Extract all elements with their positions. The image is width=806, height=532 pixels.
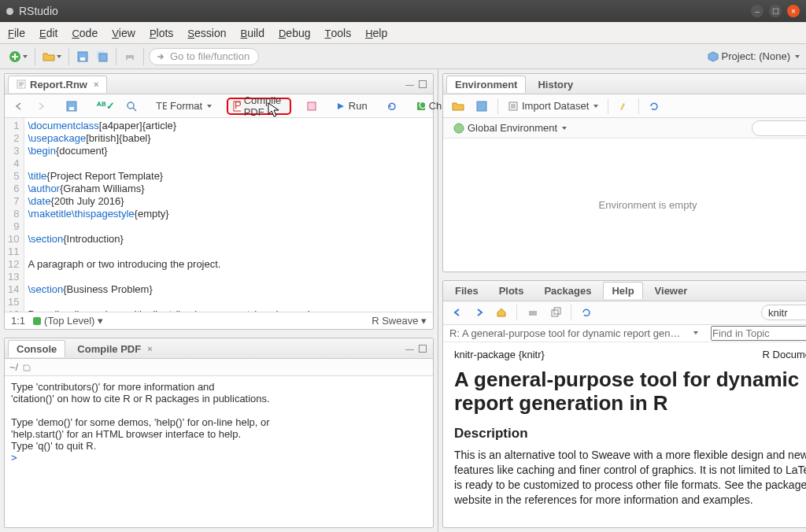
find-replace-button[interactable] bbox=[122, 98, 141, 115]
help-tab[interactable]: Help bbox=[603, 282, 642, 299]
svg-rect-23 bbox=[552, 310, 558, 316]
console-minimize-button[interactable] bbox=[405, 342, 414, 354]
svg-rect-11 bbox=[69, 107, 74, 110]
source-minimize-button[interactable] bbox=[405, 78, 414, 90]
help-refresh-button[interactable] bbox=[577, 304, 596, 321]
source-panel: Report.Rnw × ᴬᴮ✓ TEX bbox=[4, 73, 434, 330]
menu-file[interactable]: File bbox=[8, 27, 25, 39]
project-label: Project: (None) bbox=[722, 50, 790, 62]
console-wd-open-icon[interactable] bbox=[21, 363, 31, 372]
print-button[interactable] bbox=[121, 48, 139, 65]
console-wd: ~/ bbox=[9, 361, 18, 373]
scope-indicator[interactable]: (Top Level) ▾ bbox=[33, 315, 103, 327]
help-home-button[interactable] bbox=[492, 304, 511, 321]
refresh-env-button[interactable] bbox=[645, 98, 664, 115]
help-context-label: R: A general-purpose tool for dynamic re… bbox=[449, 327, 686, 339]
svg-rect-24 bbox=[554, 308, 560, 314]
env-search-input[interactable] bbox=[752, 120, 806, 136]
packages-tab[interactable]: Packages bbox=[535, 282, 600, 299]
nav-back-button[interactable] bbox=[9, 98, 28, 115]
compile-pdf-tab[interactable]: Compile PDF× bbox=[68, 340, 161, 357]
menu-bar: File Edit Code View Plots Session Build … bbox=[0, 22, 806, 44]
broom-icon bbox=[618, 101, 629, 112]
main-toolbar: Go to file/function Project: (None) bbox=[0, 44, 806, 69]
menu-build[interactable]: Build bbox=[240, 27, 264, 39]
sync-pdf-button[interactable] bbox=[302, 98, 321, 115]
goto-placeholder: Go to file/function bbox=[170, 50, 250, 62]
source-maximize-button[interactable] bbox=[419, 80, 427, 88]
run-button[interactable]: Run bbox=[332, 98, 372, 115]
code-area[interactable]: \documentclass[a4paper]{article}\usepack… bbox=[24, 118, 433, 312]
menu-view[interactable]: View bbox=[112, 27, 135, 39]
compile-pdf-button[interactable]: PDF Compile PDF bbox=[227, 98, 291, 115]
window-minimize-button[interactable]: – bbox=[751, 5, 763, 17]
window-close-button[interactable]: × bbox=[787, 5, 800, 17]
console-tab[interactable]: Console bbox=[8, 340, 65, 357]
svg-marker-8 bbox=[708, 52, 718, 61]
rerun-icon bbox=[386, 101, 397, 112]
environment-tab[interactable]: Environment bbox=[446, 76, 526, 93]
svg-rect-22 bbox=[529, 311, 537, 316]
source-editor[interactable]: 123456789101112131415161718 \documentcla… bbox=[5, 118, 433, 312]
svg-rect-7 bbox=[128, 58, 132, 61]
nav-forward-button[interactable] bbox=[31, 98, 50, 115]
arrow-right-icon bbox=[474, 307, 485, 318]
new-file-button[interactable] bbox=[6, 48, 30, 65]
import-dataset-menu[interactable]: Import Dataset bbox=[504, 98, 602, 115]
env-open-button[interactable] bbox=[448, 98, 468, 115]
help-find-input[interactable] bbox=[711, 326, 806, 341]
svg-text:C: C bbox=[419, 102, 426, 111]
help-forward-button[interactable] bbox=[470, 304, 489, 321]
save-icon bbox=[475, 100, 488, 113]
viewer-tab[interactable]: Viewer bbox=[646, 282, 697, 299]
compile-pdf-label: Compile PDF bbox=[244, 94, 285, 118]
source-tab-close[interactable]: × bbox=[94, 79, 98, 89]
source-tab-report[interactable]: Report.Rnw × bbox=[8, 76, 107, 93]
save-all-button[interactable] bbox=[94, 48, 111, 65]
open-file-button[interactable] bbox=[40, 48, 64, 65]
folder-open-icon bbox=[452, 100, 464, 113]
file-mode[interactable]: R Sweave ▾ bbox=[372, 315, 427, 327]
help-package-line: knitr-package {knitr} bbox=[454, 349, 545, 360]
help-description-text: This is an alternative tool to Sweave wi… bbox=[454, 448, 806, 508]
scope-icon bbox=[33, 317, 41, 325]
menu-tools[interactable]: Tools bbox=[325, 27, 352, 39]
window-maximize-button[interactable]: ☐ bbox=[769, 5, 782, 17]
window-titlebar: RStudio – ☐ × bbox=[0, 0, 806, 22]
help-content[interactable]: knitr-package {knitr} R Documentation A … bbox=[443, 342, 806, 527]
history-tab[interactable]: History bbox=[529, 76, 582, 93]
env-save-button[interactable] bbox=[471, 98, 492, 115]
menu-edit[interactable]: Edit bbox=[39, 27, 57, 39]
print-icon bbox=[527, 306, 539, 319]
console-maximize-button[interactable] bbox=[419, 345, 427, 353]
help-back-button[interactable] bbox=[448, 304, 467, 321]
source-statusbar: 1:1 (Top Level) ▾ R Sweave ▾ bbox=[5, 312, 433, 329]
files-tab[interactable]: Files bbox=[446, 282, 487, 299]
clear-env-button[interactable] bbox=[614, 98, 633, 115]
menu-session[interactable]: Session bbox=[187, 27, 226, 39]
menu-plots[interactable]: Plots bbox=[150, 27, 173, 39]
menu-help[interactable]: Help bbox=[365, 27, 387, 39]
help-print-button[interactable] bbox=[523, 304, 543, 321]
rerun-button[interactable] bbox=[383, 98, 401, 115]
arrow-right-icon bbox=[35, 101, 46, 112]
environment-panel: Environment History Import Dataset List bbox=[442, 73, 806, 272]
menu-debug[interactable]: Debug bbox=[279, 27, 311, 39]
plots-tab[interactable]: Plots bbox=[490, 282, 533, 299]
spellcheck-button[interactable]: ᴬᴮ✓ bbox=[93, 98, 119, 115]
project-menu[interactable]: Project: (None) bbox=[708, 50, 800, 62]
save-source-button[interactable] bbox=[61, 98, 82, 115]
save-button[interactable] bbox=[74, 48, 91, 65]
env-view-mode[interactable]: List bbox=[802, 98, 806, 115]
help-search-input[interactable] bbox=[761, 305, 806, 320]
run-label: Run bbox=[349, 100, 368, 112]
help-popup-button[interactable] bbox=[546, 304, 565, 321]
menu-code[interactable]: Code bbox=[72, 27, 98, 39]
env-scope-menu[interactable]: Global Environment bbox=[449, 120, 571, 137]
format-menu[interactable]: TEX Format bbox=[152, 98, 216, 115]
console-output[interactable]: Type 'contributors()' for more informati… bbox=[5, 376, 433, 527]
goto-file-function-input[interactable]: Go to file/function bbox=[149, 48, 259, 65]
help-context-menu[interactable] bbox=[693, 331, 698, 334]
compile-tab-close[interactable]: × bbox=[147, 344, 152, 353]
console-subbar: ~/ bbox=[5, 359, 433, 376]
